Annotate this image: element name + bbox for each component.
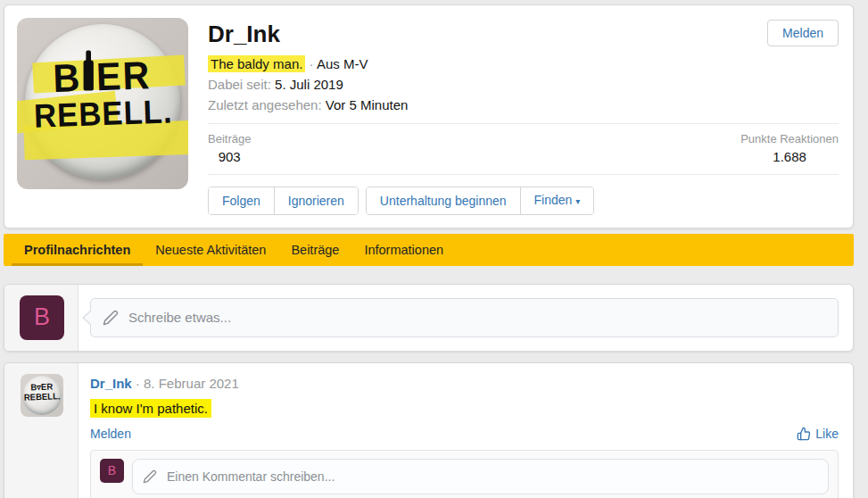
stat-reaction-score: Punkte Reaktionen 1.688 <box>740 131 839 164</box>
profile-stats: Beiträge 903 Punkte Reaktionen 1.688 <box>208 124 839 174</box>
post-content: Dr_Ink · 8. Februar 2021 I know I'm path… <box>79 363 853 498</box>
ignore-button[interactable]: Ignorieren <box>274 187 358 214</box>
stat-messages: Beiträge 903 <box>208 131 251 164</box>
like-label: Like <box>815 427 839 441</box>
post-author-avatar[interactable]: B▿ERREBELL. <box>21 374 63 417</box>
post-action-bar: Melden Like <box>90 427 839 441</box>
joined-label: Dabei seit: <box>208 77 271 92</box>
post-avatar-gutter: B▿ERREBELL. <box>4 363 79 498</box>
avatar-cap-text: BER REBELL. <box>21 54 184 134</box>
profile-page: BER REBELL. Dr_Ink Melden The baldy man.… <box>4 0 854 498</box>
avatar-cap-text-small: B▿ERREBELL. <box>21 382 62 403</box>
find-dropdown-button[interactable]: Finden▾ <box>520 187 594 214</box>
composer-avatar-gutter: B <box>4 285 79 351</box>
avatar-letter: B <box>108 463 116 477</box>
profile-post-card: B▿ERREBELL. Dr_Ink · 8. Februar 2021 I k… <box>4 362 854 498</box>
like-button[interactable]: Like <box>797 427 839 441</box>
profile-action-buttons: Folgen Ignorieren Unterhaltung beginnen … <box>208 174 839 215</box>
conversation-find-group: Unterhaltung beginnen Finden▾ <box>366 187 595 215</box>
comment-user-avatar[interactable]: B <box>100 459 124 483</box>
custom-title: The baldy man. <box>208 55 305 72</box>
beer-bottle-icon <box>84 61 94 91</box>
stat-reaction-score-label: Punkte Reaktionen <box>740 131 839 147</box>
post-body: I know I'm pathetic. <box>90 399 839 419</box>
profile-tab-bar: Profilnachrichten Neueste Aktivitäten Be… <box>4 234 854 266</box>
profile-info: Dr_Ink Melden The baldy man. · Aus M-V D… <box>188 18 840 215</box>
report-button[interactable]: Melden <box>767 20 839 46</box>
profile-avatar[interactable]: BER REBELL. <box>17 18 188 189</box>
tab-informationen[interactable]: Informationen <box>351 234 456 266</box>
comment-box: B <box>90 450 839 498</box>
last-seen-label: Zuletzt angesehen: <box>208 97 322 112</box>
profile-header-card: BER REBELL. Dr_Ink Melden The baldy man.… <box>4 4 854 228</box>
comment-input-wrap <box>132 459 829 494</box>
follow-ignore-group: Folgen Ignorieren <box>208 187 359 215</box>
comment-input[interactable] <box>132 459 829 494</box>
last-seen-value: Vor 5 Minuten <box>326 97 409 112</box>
joined-value: 5. Juli 2019 <box>275 77 343 92</box>
composer-bubble <box>90 298 839 337</box>
post-date: 8. Februar 2021 <box>144 376 239 391</box>
start-conversation-button[interactable]: Unterhaltung beginnen <box>367 187 520 214</box>
composer-content <box>79 285 853 351</box>
avatar-letter: B <box>34 303 50 331</box>
location-text: Aus M-V <box>317 56 368 71</box>
caret-down-icon: ▾ <box>575 196 580 206</box>
post-header: Dr_Ink · 8. Februar 2021 <box>90 373 839 393</box>
profile-message-composer-card: B <box>4 284 854 352</box>
page-title-username: Dr_Ink <box>208 20 280 49</box>
post-report-link[interactable]: Melden <box>90 427 131 441</box>
custom-title-line: The baldy man. · Aus M-V <box>208 56 839 71</box>
tab-profilnachrichten[interactable]: Profilnachrichten <box>12 234 143 266</box>
current-user-avatar[interactable]: B <box>20 295 64 340</box>
joined-line: Dabei seit: 5. Juli 2019 <box>208 77 839 92</box>
tab-beitraege[interactable]: Beiträge <box>278 234 351 266</box>
tab-neueste-aktivitaeten[interactable]: Neueste Aktivitäten <box>143 234 278 266</box>
last-seen-line: Zuletzt angesehen: Vor 5 Minuten <box>208 97 839 112</box>
follow-button[interactable]: Folgen <box>209 187 274 214</box>
stat-messages-label: Beiträge <box>208 131 251 147</box>
thumbs-up-icon <box>797 427 811 441</box>
post-body-text: I know I'm pathetic. <box>90 399 211 418</box>
profile-message-input[interactable] <box>90 298 839 337</box>
stat-messages-value[interactable]: 903 <box>219 149 241 164</box>
post-author-link[interactable]: Dr_Ink <box>90 376 132 391</box>
stat-reaction-score-value[interactable]: 1.688 <box>773 149 806 164</box>
